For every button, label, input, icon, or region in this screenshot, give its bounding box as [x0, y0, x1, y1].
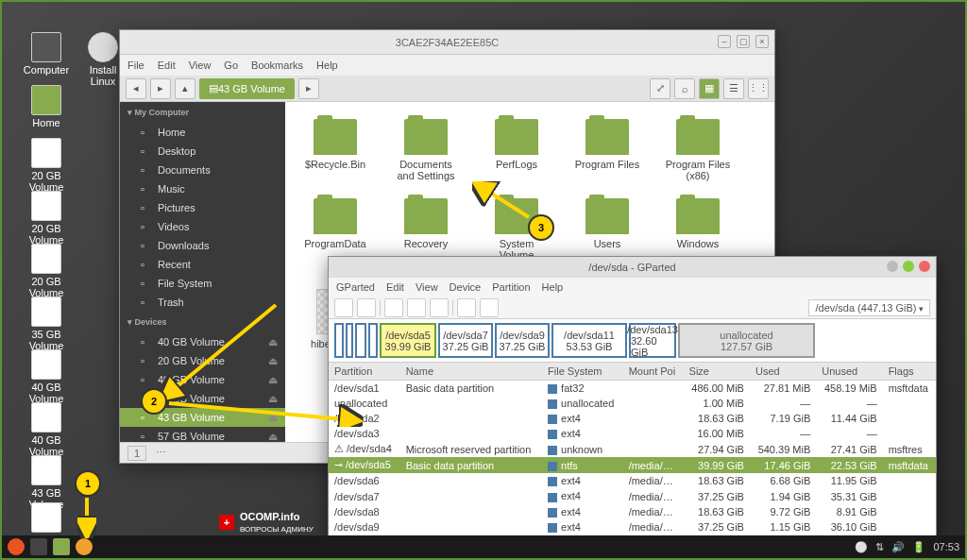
apply-button[interactable]	[480, 298, 499, 317]
taskbar-app-gparted[interactable]	[76, 538, 93, 555]
visual-part[interactable]: unallocated127.57 GiB	[678, 323, 815, 358]
item-perflogs[interactable]: PerfLogs	[484, 119, 550, 181]
partition-row[interactable]: /dev/sda1Basic data partitionfat32486.00…	[329, 381, 936, 397]
col-flags[interactable]: Flags	[883, 363, 936, 381]
partition-visual[interactable]: /dev/sda539.99 GiB/dev/sda737.25 GiB/dev…	[329, 319, 936, 363]
gp-menu-gparted[interactable]: GParted	[336, 281, 375, 293]
resize-button[interactable]	[384, 298, 403, 317]
partition-row[interactable]: unallocatedunallocated1.00 MiB——	[329, 396, 936, 411]
network-icon[interactable]: ⇅	[875, 541, 884, 553]
sidebar-item-desktop[interactable]: ▫Desktop	[120, 142, 285, 161]
gp-menu-edit[interactable]: Edit	[386, 281, 404, 293]
visual-part[interactable]	[346, 323, 353, 358]
gp-menu-view[interactable]: View	[416, 281, 438, 293]
partition-row[interactable]: ⚠ /dev/sda4Microsoft reserved partitionu…	[329, 441, 936, 457]
col-mount-poi[interactable]: Mount Poi	[623, 363, 684, 381]
visual-part[interactable]: /dev/sda737.25 GiB	[438, 323, 493, 358]
undo-button[interactable]	[457, 298, 476, 317]
menu-button[interactable]	[8, 538, 25, 555]
visual-part[interactable]	[368, 323, 378, 358]
item--recycle-bin[interactable]: $Recycle.Bin	[302, 119, 368, 181]
delete-partition-button[interactable]	[357, 298, 376, 317]
desktop-icon-35-gb-volume[interactable]: 35 GB Volume	[23, 297, 70, 351]
sidebar-item-home[interactable]: ▫Home	[120, 123, 285, 142]
new-partition-button[interactable]	[334, 298, 353, 317]
close-icon[interactable]: ×	[755, 35, 769, 48]
menu-go[interactable]: Go	[224, 59, 238, 71]
up-button[interactable]: ▴	[175, 78, 195, 99]
taskbar-app-files[interactable]	[53, 538, 70, 555]
sidebar-item-downloads[interactable]: ▫Downloads	[120, 236, 285, 255]
close-icon[interactable]	[919, 261, 930, 272]
partition-row[interactable]: /dev/sda6ext4/media/…18.63 GiB6.68 GiB11…	[329, 473, 936, 488]
fm-titlebar[interactable]: 3CAE2F34AE2EE85C – ▢ ×	[120, 30, 774, 55]
gp-titlebar[interactable]: /dev/sda - GParted	[329, 257, 936, 278]
col-name[interactable]: Name	[400, 363, 542, 381]
partition-row[interactable]: /dev/sda2ext418.63 GiB7.19 GiB11.44 GiB	[329, 411, 936, 426]
maximize-icon[interactable]: ▢	[737, 35, 750, 48]
menu-file[interactable]: File	[127, 59, 144, 71]
desktop-icon-40-gb-volume[interactable]: 40 GB Volume	[23, 349, 70, 404]
menu-view[interactable]: View	[189, 59, 212, 71]
item-documents-and-settings[interactable]: Documents and Settings	[393, 119, 459, 181]
sidebar-item-recent[interactable]: ▫Recent	[120, 255, 285, 274]
partition-row[interactable]: /dev/sda7ext4/media/…37.25 GiB1.94 GiB35…	[329, 488, 936, 503]
battery-icon[interactable]: 🔋	[912, 541, 925, 553]
desktop-icon-40-gb-volume[interactable]: 40 GB Volume	[23, 402, 70, 457]
minimize-icon[interactable]: –	[718, 35, 731, 48]
list-view-button[interactable]: ☰	[723, 78, 744, 99]
visual-part[interactable]: /dev/sda539.99 GiB	[380, 323, 436, 358]
search-icon[interactable]: ⌕	[674, 78, 695, 99]
col-used[interactable]: Used	[750, 363, 816, 381]
item-program-files-x86-[interactable]: Program Files (x86)	[665, 119, 731, 181]
sidebar-item-pictures[interactable]: ▫Pictures	[120, 198, 285, 217]
breadcrumb-next-icon[interactable]: ▸	[298, 78, 319, 99]
forward-button[interactable]: ▸	[150, 78, 171, 99]
maximize-icon[interactable]	[903, 261, 914, 272]
col-file-system[interactable]: File System	[542, 363, 623, 381]
visual-part[interactable]: /dev/sda1153.53 GiB	[551, 323, 627, 358]
desktop-icon-computer[interactable]: Computer	[23, 32, 70, 76]
partition-row[interactable]: /dev/sda9ext4/media/…37.25 GiB1.15 GiB36…	[329, 519, 936, 535]
tab-indicator[interactable]: 1	[127, 446, 146, 461]
sidebar-item-57-gb-volume[interactable]: ▫57 GB Volume⏏	[120, 427, 285, 442]
desktop-icon-home[interactable]: Home	[23, 85, 70, 128]
minimize-icon[interactable]	[887, 261, 898, 272]
path-button[interactable]: ⤢	[650, 78, 670, 99]
gp-menu-partition[interactable]: Partition	[492, 281, 530, 293]
col-partition[interactable]: Partition	[329, 363, 400, 381]
visual-part[interactable]	[334, 323, 344, 358]
paste-button[interactable]	[430, 298, 449, 317]
disk-selector[interactable]: /dev/sda (447.13 GiB) ▾	[808, 299, 930, 316]
sidebar-item-documents[interactable]: ▫Documents	[120, 161, 285, 179]
icon-view-button[interactable]: ▦	[699, 78, 720, 99]
compact-view-button[interactable]: ⋮⋮	[748, 78, 769, 99]
sidebar-item-file-system[interactable]: ▫File System	[120, 274, 285, 293]
menu-edit[interactable]: Edit	[158, 59, 176, 71]
desktop-icon-20-gb-volume[interactable]: 20 GB Volume	[23, 138, 70, 193]
desktop-icon-20-gb-volume[interactable]: 20 GB Volume	[23, 191, 70, 246]
clock[interactable]: 07:53	[933, 541, 959, 552]
item-program-files[interactable]: Program Files	[574, 119, 640, 181]
back-button[interactable]: ◂	[126, 78, 146, 99]
breadcrumb[interactable]: ▤ 43 GB Volume	[199, 78, 295, 99]
desktop-icon-20-gb-volume[interactable]: 20 GB Volume	[23, 244, 70, 298]
bluetooth-icon[interactable]: ⚪	[855, 541, 868, 553]
copy-button[interactable]	[407, 298, 426, 317]
menu-help[interactable]: Help	[316, 59, 338, 71]
volume-icon[interactable]: 🔊	[891, 541, 905, 553]
taskbar-app-terminal[interactable]	[30, 538, 47, 555]
visual-part[interactable]	[355, 323, 366, 358]
sidebar-item-music[interactable]: ▫Music	[120, 179, 285, 198]
sidebar-item-videos[interactable]: ▫Videos	[120, 217, 285, 236]
col-unused[interactable]: Unused	[816, 363, 882, 381]
menu-bookmarks[interactable]: Bookmarks	[251, 59, 303, 71]
gp-menu-help[interactable]: Help	[542, 281, 564, 293]
partition-row[interactable]: /dev/sda8ext4/media/…18.63 GiB9.72 GiB8.…	[329, 504, 936, 519]
col-size[interactable]: Size	[684, 363, 750, 381]
visual-part[interactable]: /dev/sda937.25 GiB	[495, 323, 550, 358]
visual-part[interactable]: /dev/sda1332.60 GiB	[629, 323, 676, 358]
partition-row[interactable]: ⊸ /dev/sda5Basic data partitionntfs/medi…	[329, 457, 936, 473]
partition-row[interactable]: /dev/sda3ext416.00 MiB——	[329, 426, 936, 441]
gp-menu-device[interactable]: Device	[450, 281, 482, 293]
